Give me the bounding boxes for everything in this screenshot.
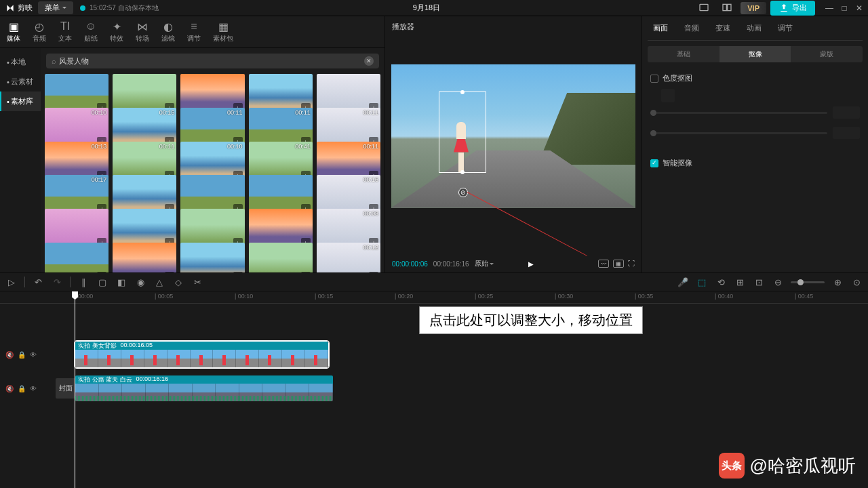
redo-icon[interactable]: ↷ [51,276,63,288]
media-thumbnail[interactable]: ↓ [180,243,244,272]
video-track-2[interactable]: 🔇 🔒 👁 实拍 美女背影00:00:16:05 [0,338,868,371]
prop-subtab[interactable]: 基础 [648,46,719,62]
prop-tab[interactable]: 画面 [650,22,671,35]
rotate-icon[interactable]: ◇ [172,276,184,288]
layout-icon[interactable] [694,1,713,16]
download-icon[interactable]: ↓ [97,272,106,272]
export-button[interactable]: 导出 [770,1,815,16]
preview-icon[interactable]: ⊡ [753,276,765,288]
mute-icon[interactable]: 🔇 [5,351,14,359]
prop-tab[interactable]: 变速 [713,22,733,35]
search-box[interactable]: ⌕ ✕ [46,54,379,68]
slider-value[interactable] [833,106,860,119]
crop-icon[interactable]: ✂ [191,276,203,288]
prop-subtab[interactable]: 蒙版 [791,46,863,62]
tab-adjust[interactable]: ≡调节 [187,20,201,43]
slider[interactable] [650,132,827,134]
selection-box[interactable] [439,92,486,173]
video-track-1[interactable]: 🔇 🔒 👁 封面 实拍 公路 蓝天 白云00:00:16:16 [0,371,868,405]
tab-audio[interactable]: ◴音频 [33,20,46,43]
speed-icon[interactable]: ◉ [134,276,146,288]
clip-main[interactable]: 实拍 公路 蓝天 白云00:00:16:16 [75,375,334,402]
download-icon[interactable]: ↓ [369,272,378,272]
media-thumbnail[interactable]: ↓ [113,243,176,272]
prop-tab[interactable]: 调节 [775,22,795,35]
snap-icon[interactable]: ⊞ [734,276,746,288]
app-logo-icon [5,3,15,13]
delete-icon[interactable]: ▢ [96,276,108,288]
panels-icon[interactable] [717,1,736,16]
compare-icon[interactable]: 〰 [598,260,609,268]
maximize-icon[interactable]: □ [841,5,848,12]
close-icon[interactable]: ✕ [856,5,863,12]
crop-left-icon[interactable]: ◧ [115,276,127,288]
prop-tab[interactable]: 动画 [744,22,764,35]
chroma-key-row[interactable]: 色度抠图 [648,68,863,89]
lock-icon[interactable]: 🔒 [18,385,26,392]
cover-button[interactable]: 封面 [56,378,76,399]
quality-icon[interactable]: ▦ [613,260,624,268]
prop-subtab[interactable]: 抠像 [719,46,791,62]
tab-pack[interactable]: ▦素材包 [213,20,233,43]
tab-sticker[interactable]: ☺贴纸 [84,20,98,43]
tab-text[interactable]: TI文本 [58,20,72,43]
undo-icon[interactable]: ↶ [32,276,44,288]
pointer-icon[interactable]: ▷ [5,276,18,288]
zoom-slider[interactable] [791,281,825,283]
playhead-icon[interactable] [75,291,75,488]
play-button[interactable]: ▶ [528,260,534,268]
checkbox-checked-icon[interactable] [650,159,658,167]
vip-badge[interactable]: VIP [741,2,766,14]
tab-filter[interactable]: ◐滤镜 [161,20,175,43]
slider[interactable] [650,112,827,114]
prop-tab[interactable]: 音频 [682,22,702,35]
time-current: 00:00:00:06 [392,260,428,268]
checkbox-icon[interactable] [650,75,658,83]
zoom-in-icon[interactable]: ⊕ [831,276,844,288]
media-thumbnail[interactable]: 00:12↓ [317,243,380,272]
ruler-mark: | 00:35 [635,293,653,300]
aspect-ratio-button[interactable]: 原始 [475,259,494,268]
sidebar-item[interactable]: •本地 [0,52,41,72]
adjust-icon: ≡ [188,20,200,33]
download-icon[interactable]: ↓ [233,272,243,272]
mic-icon[interactable]: 🎤 [677,276,689,288]
color-swatch[interactable] [661,89,675,102]
transition-icon: ⋈ [136,20,149,33]
watermark: 头条 @哈密瓜视听 [719,453,856,479]
link-icon[interactable]: ⟲ [715,276,727,288]
menu-button[interactable]: 菜单 [38,1,73,14]
preview-canvas[interactable]: ⊘ [391,64,635,208]
tab-media[interactable]: ▣媒体 [7,20,20,43]
media-thumbnail[interactable]: ↓ [249,243,313,272]
svg-rect-0 [700,4,708,10]
smart-cutout-row[interactable]: 智能抠像 [648,152,863,174]
zoom-fit-icon[interactable]: ⊙ [850,276,863,288]
zoom-out-icon[interactable]: ⊖ [772,276,784,288]
clip-overlay[interactable]: 实拍 美女背影00:00:16:05 [75,341,329,368]
media-thumbnail[interactable]: ↓ [45,243,108,272]
pack-icon: ▦ [217,20,229,33]
search-input[interactable] [59,57,364,65]
mirror-icon[interactable]: △ [153,276,165,288]
minimize-icon[interactable]: — [826,5,833,12]
magnet-icon[interactable]: ⬚ [696,276,708,288]
sidebar-item[interactable]: •云素材 [0,72,41,92]
property-subtabs: 基础抠像蒙版 [648,46,863,62]
hide-icon[interactable]: 👁 [30,351,37,359]
timeline-ruler[interactable]: | 00:00| 00:05| 00:10| 00:15| 00:20| 00:… [0,291,868,304]
hide-icon[interactable]: 👁 [30,385,37,392]
slider-value[interactable] [833,127,860,139]
tab-effect[interactable]: ✦特效 [110,20,123,43]
fullscreen-icon[interactable]: ⛶ [628,260,635,268]
waveform [75,396,333,401]
clear-search-icon[interactable]: ✕ [364,56,374,66]
duration-label: 00:11 [363,143,378,150]
mute-icon[interactable]: 🔇 [5,385,14,392]
split-icon[interactable]: ∥ [77,276,90,288]
download-icon[interactable]: ↓ [301,272,311,272]
lock-icon[interactable]: 🔒 [18,351,26,359]
tab-transition[interactable]: ⋈转场 [136,20,149,43]
sidebar-item[interactable]: •素材库 [0,92,41,111]
download-icon[interactable]: ↓ [165,272,174,272]
